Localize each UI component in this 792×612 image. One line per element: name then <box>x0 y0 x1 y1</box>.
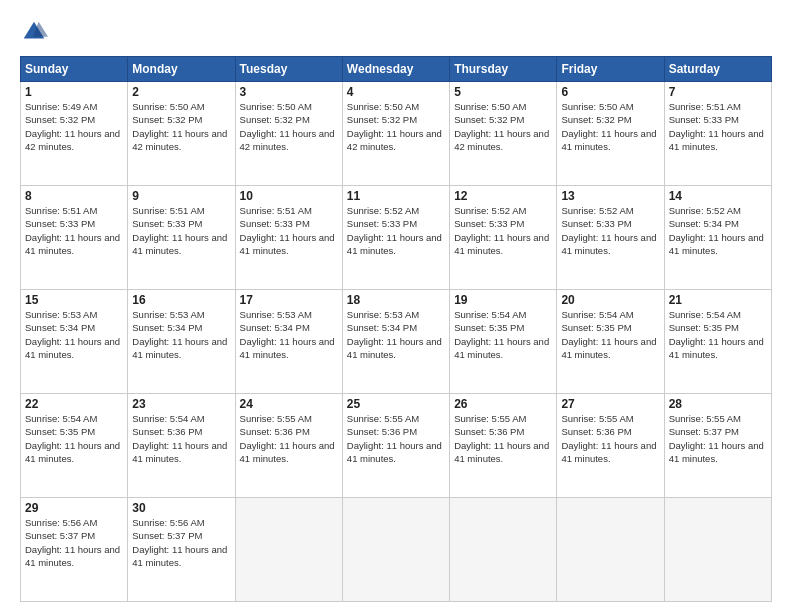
daylight-label: Daylight: 11 hours and 42 minutes. <box>132 128 227 152</box>
daylight-label: Daylight: 11 hours and 41 minutes. <box>454 336 549 360</box>
daylight-label: Daylight: 11 hours and 42 minutes. <box>240 128 335 152</box>
calendar-day-cell: 9 Sunrise: 5:51 AM Sunset: 5:33 PM Dayli… <box>128 186 235 290</box>
daylight-label: Daylight: 11 hours and 42 minutes. <box>25 128 120 152</box>
daylight-label: Daylight: 11 hours and 41 minutes. <box>347 232 442 256</box>
sunset-label: Sunset: 5:36 PM <box>240 426 310 437</box>
calendar-week-row: 1 Sunrise: 5:49 AM Sunset: 5:32 PM Dayli… <box>21 82 772 186</box>
daylight-label: Daylight: 11 hours and 41 minutes. <box>669 336 764 360</box>
sunrise-label: Sunrise: 5:54 AM <box>132 413 204 424</box>
day-number: 1 <box>25 85 123 99</box>
calendar-header-cell: Sunday <box>21 57 128 82</box>
sunrise-label: Sunrise: 5:52 AM <box>454 205 526 216</box>
daylight-label: Daylight: 11 hours and 41 minutes. <box>669 232 764 256</box>
day-info: Sunrise: 5:51 AM Sunset: 5:33 PM Dayligh… <box>25 204 123 257</box>
day-number: 9 <box>132 189 230 203</box>
daylight-label: Daylight: 11 hours and 41 minutes. <box>132 232 227 256</box>
page: SundayMondayTuesdayWednesdayThursdayFrid… <box>0 0 792 612</box>
calendar-day-cell: 19 Sunrise: 5:54 AM Sunset: 5:35 PM Dayl… <box>450 290 557 394</box>
sunset-label: Sunset: 5:36 PM <box>132 426 202 437</box>
day-info: Sunrise: 5:54 AM Sunset: 5:36 PM Dayligh… <box>132 412 230 465</box>
sunrise-label: Sunrise: 5:51 AM <box>25 205 97 216</box>
calendar-day-cell: 12 Sunrise: 5:52 AM Sunset: 5:33 PM Dayl… <box>450 186 557 290</box>
daylight-label: Daylight: 11 hours and 41 minutes. <box>454 232 549 256</box>
daylight-label: Daylight: 11 hours and 41 minutes. <box>561 232 656 256</box>
day-number: 27 <box>561 397 659 411</box>
calendar-day-cell: 25 Sunrise: 5:55 AM Sunset: 5:36 PM Dayl… <box>342 394 449 498</box>
daylight-label: Daylight: 11 hours and 41 minutes. <box>132 544 227 568</box>
sunrise-label: Sunrise: 5:53 AM <box>132 309 204 320</box>
sunset-label: Sunset: 5:35 PM <box>561 322 631 333</box>
sunrise-label: Sunrise: 5:50 AM <box>347 101 419 112</box>
day-info: Sunrise: 5:54 AM Sunset: 5:35 PM Dayligh… <box>669 308 767 361</box>
sunrise-label: Sunrise: 5:53 AM <box>240 309 312 320</box>
day-info: Sunrise: 5:56 AM Sunset: 5:37 PM Dayligh… <box>25 516 123 569</box>
sunrise-label: Sunrise: 5:55 AM <box>347 413 419 424</box>
sunrise-label: Sunrise: 5:51 AM <box>132 205 204 216</box>
daylight-label: Daylight: 11 hours and 41 minutes. <box>25 232 120 256</box>
calendar-day-cell: 21 Sunrise: 5:54 AM Sunset: 5:35 PM Dayl… <box>664 290 771 394</box>
day-info: Sunrise: 5:50 AM Sunset: 5:32 PM Dayligh… <box>454 100 552 153</box>
day-number: 30 <box>132 501 230 515</box>
sunrise-label: Sunrise: 5:55 AM <box>240 413 312 424</box>
calendar-header-cell: Monday <box>128 57 235 82</box>
day-number: 24 <box>240 397 338 411</box>
daylight-label: Daylight: 11 hours and 41 minutes. <box>25 336 120 360</box>
daylight-label: Daylight: 11 hours and 41 minutes. <box>132 440 227 464</box>
calendar-day-cell: 5 Sunrise: 5:50 AM Sunset: 5:32 PM Dayli… <box>450 82 557 186</box>
calendar-day-cell: 13 Sunrise: 5:52 AM Sunset: 5:33 PM Dayl… <box>557 186 664 290</box>
calendar-day-cell: 26 Sunrise: 5:55 AM Sunset: 5:36 PM Dayl… <box>450 394 557 498</box>
calendar-day-cell: 1 Sunrise: 5:49 AM Sunset: 5:32 PM Dayli… <box>21 82 128 186</box>
sunrise-label: Sunrise: 5:53 AM <box>347 309 419 320</box>
calendar-day-cell: 4 Sunrise: 5:50 AM Sunset: 5:32 PM Dayli… <box>342 82 449 186</box>
day-info: Sunrise: 5:53 AM Sunset: 5:34 PM Dayligh… <box>240 308 338 361</box>
logo <box>20 18 52 46</box>
daylight-label: Daylight: 11 hours and 42 minutes. <box>454 128 549 152</box>
calendar-day-cell: 27 Sunrise: 5:55 AM Sunset: 5:36 PM Dayl… <box>557 394 664 498</box>
day-number: 29 <box>25 501 123 515</box>
daylight-label: Daylight: 11 hours and 41 minutes. <box>561 128 656 152</box>
day-number: 16 <box>132 293 230 307</box>
calendar-day-cell: 11 Sunrise: 5:52 AM Sunset: 5:33 PM Dayl… <box>342 186 449 290</box>
day-number: 15 <box>25 293 123 307</box>
day-info: Sunrise: 5:56 AM Sunset: 5:37 PM Dayligh… <box>132 516 230 569</box>
calendar-day-cell: 7 Sunrise: 5:51 AM Sunset: 5:33 PM Dayli… <box>664 82 771 186</box>
calendar-day-cell: 16 Sunrise: 5:53 AM Sunset: 5:34 PM Dayl… <box>128 290 235 394</box>
sunrise-label: Sunrise: 5:50 AM <box>240 101 312 112</box>
calendar-day-cell: 29 Sunrise: 5:56 AM Sunset: 5:37 PM Dayl… <box>21 498 128 602</box>
calendar-day-cell: 8 Sunrise: 5:51 AM Sunset: 5:33 PM Dayli… <box>21 186 128 290</box>
sunset-label: Sunset: 5:32 PM <box>561 114 631 125</box>
day-number: 3 <box>240 85 338 99</box>
calendar-header-cell: Friday <box>557 57 664 82</box>
day-info: Sunrise: 5:55 AM Sunset: 5:36 PM Dayligh… <box>454 412 552 465</box>
header <box>20 18 772 46</box>
sunrise-label: Sunrise: 5:50 AM <box>454 101 526 112</box>
sunrise-label: Sunrise: 5:53 AM <box>25 309 97 320</box>
day-number: 2 <box>132 85 230 99</box>
day-number: 20 <box>561 293 659 307</box>
sunrise-label: Sunrise: 5:51 AM <box>669 101 741 112</box>
day-info: Sunrise: 5:52 AM Sunset: 5:34 PM Dayligh… <box>669 204 767 257</box>
sunset-label: Sunset: 5:33 PM <box>347 218 417 229</box>
sunset-label: Sunset: 5:34 PM <box>347 322 417 333</box>
day-number: 8 <box>25 189 123 203</box>
calendar-body: 1 Sunrise: 5:49 AM Sunset: 5:32 PM Dayli… <box>21 82 772 602</box>
day-info: Sunrise: 5:51 AM Sunset: 5:33 PM Dayligh… <box>669 100 767 153</box>
day-number: 4 <box>347 85 445 99</box>
day-info: Sunrise: 5:54 AM Sunset: 5:35 PM Dayligh… <box>454 308 552 361</box>
calendar-day-cell: 15 Sunrise: 5:53 AM Sunset: 5:34 PM Dayl… <box>21 290 128 394</box>
calendar-table: SundayMondayTuesdayWednesdayThursdayFrid… <box>20 56 772 602</box>
day-number: 28 <box>669 397 767 411</box>
sunset-label: Sunset: 5:32 PM <box>25 114 95 125</box>
sunrise-label: Sunrise: 5:49 AM <box>25 101 97 112</box>
daylight-label: Daylight: 11 hours and 41 minutes. <box>454 440 549 464</box>
daylight-label: Daylight: 11 hours and 41 minutes. <box>240 440 335 464</box>
calendar-day-cell: 14 Sunrise: 5:52 AM Sunset: 5:34 PM Dayl… <box>664 186 771 290</box>
day-number: 25 <box>347 397 445 411</box>
sunset-label: Sunset: 5:34 PM <box>240 322 310 333</box>
sunset-label: Sunset: 5:33 PM <box>454 218 524 229</box>
sunrise-label: Sunrise: 5:55 AM <box>669 413 741 424</box>
calendar-day-cell: 22 Sunrise: 5:54 AM Sunset: 5:35 PM Dayl… <box>21 394 128 498</box>
sunrise-label: Sunrise: 5:56 AM <box>25 517 97 528</box>
sunset-label: Sunset: 5:37 PM <box>132 530 202 541</box>
sunset-label: Sunset: 5:32 PM <box>454 114 524 125</box>
